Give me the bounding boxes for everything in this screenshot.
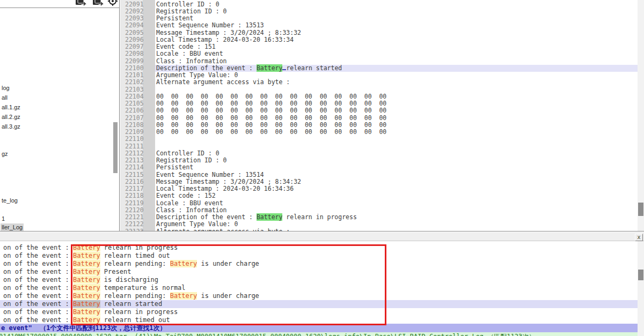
line-number: 22098	[125, 50, 144, 57]
editor-line: 22092Registration ID : 0	[120, 8, 638, 15]
line-number: 22115	[125, 171, 144, 178]
hit-highlight: Battery	[170, 260, 197, 267]
editor-line: 22121Description of the event : Battery …	[120, 214, 638, 221]
line-number: 22099	[125, 58, 144, 65]
line-number: 22095	[125, 29, 144, 36]
editor-line: 22098Locale : BBU event	[120, 50, 638, 57]
editor-line: 22093Persistent	[120, 15, 638, 22]
export-log-icon[interactable]	[92, 0, 104, 7]
result-line-text: on of the event : Battery relearn timed …	[3, 316, 170, 324]
editor-line: 22111	[120, 143, 638, 150]
line-text: Controller ID : 0	[156, 150, 219, 157]
editor-line: 22120Class : Information	[120, 207, 638, 214]
line-number: 22110	[125, 136, 144, 143]
editor-line: 22094Event Sequence Number : 13513	[120, 22, 638, 29]
editor-line: 2210500 00 00 00 00 00 00 00 00 00 00 00…	[120, 100, 638, 107]
line-number: 22117	[125, 185, 144, 192]
editor-scrollbar-thumb[interactable]	[638, 203, 643, 216]
hit-highlight: Battery	[73, 292, 100, 300]
export-log-icon[interactable]	[75, 0, 86, 7]
editor-line: 22101Argument Type Value: 0	[120, 72, 638, 79]
line-text: Controller ID : 0	[156, 1, 219, 8]
line-number: 22094	[125, 22, 144, 29]
search-result-row[interactable]: on of the event : Battery relearn pendin…	[0, 260, 638, 268]
hit-highlight: Battery	[73, 252, 100, 259]
hit-highlight: Battery	[73, 260, 100, 267]
editor-line: 22122Argument Type Value: 0	[120, 221, 638, 228]
editor-line: 22100Description of the event : Batteryr…	[120, 65, 638, 72]
editor-line: 22115Event Sequence Number : 13514	[120, 171, 638, 178]
line-text: 00 00 00 00 00 00 00 00 00 00 00 00 00 0…	[156, 115, 386, 122]
line-number: 22109	[125, 129, 144, 136]
result-line-text: on of the event : Battery relearn starte…	[3, 300, 162, 308]
editor-line: 22116Message Timestamp : 3/20/2024 ; 8:3…	[120, 178, 638, 185]
line-text: 00 00 00 00 00 00 00 00 00 00 00 00 00 0…	[156, 100, 386, 107]
editor-line: 2210400 00 00 00 00 00 00 00 00 00 00 00…	[120, 93, 638, 100]
file-list-item[interactable]: log	[1, 84, 11, 92]
search-summary-row[interactable]: e event" （1个文件中匹配到1123次，总计查找1次）	[0, 324, 638, 332]
file-list-item[interactable]: all.1.gz	[1, 103, 21, 111]
editor-line: 22095Message Timestamp : 3/20/2024 ; 8:3…	[120, 29, 638, 36]
search-result-row[interactable]: on of the event : Battery relearn pendin…	[0, 292, 638, 300]
result-line-text: on of the event : Battery relearn in pro…	[3, 308, 178, 316]
editor-line: 2210800 00 00 00 00 00 00 00 00 00 00 00…	[120, 122, 638, 129]
current-hit-highlight: Battery	[73, 300, 100, 308]
search-result-row[interactable]: on of the event : Battery relearn timed …	[0, 316, 638, 324]
search-result-row[interactable]: on of the event : Battery is discharging	[0, 276, 638, 284]
file-list-item[interactable]: all	[1, 94, 9, 101]
log-editor[interactable]: 22091Controller ID : 022092Registration …	[119, 0, 638, 231]
search-result-row[interactable]: on of the event : Battery temperature is…	[0, 284, 638, 292]
editor-line: 22091Controller ID : 0	[120, 1, 638, 8]
result-file-row[interactable]: 01410M617000015-00040000-1620.tar (41)\M…	[0, 332, 638, 336]
line-text: Class : Information	[156, 207, 227, 214]
hit-highlight: Battery	[73, 268, 100, 275]
line-number: 22104	[125, 93, 144, 100]
search-result-row[interactable]: on of the event : Battery Present	[0, 268, 638, 276]
line-number: 22112	[125, 150, 144, 157]
line-number: 22102	[125, 79, 144, 86]
line-text: Local Timestamp : 2024-03-20 16:33:34	[156, 36, 294, 43]
results-scrollbar-thumb[interactable]	[638, 270, 643, 280]
line-number: 22119	[125, 200, 144, 207]
line-number: 22113	[125, 157, 144, 164]
file-list-panel: logallall.1.gzall.2.gzall.3.gzgzte_log1l…	[0, 8, 119, 231]
file-list-item[interactable]: gz	[1, 150, 9, 158]
line-text: Event code : 152	[156, 192, 216, 199]
file-panel-scrollbar-thumb[interactable]	[113, 122, 118, 173]
line-text: Registration ID : 0	[156, 8, 227, 15]
line-text: Message Timestamp : 3/20/2024 ; 8:33:32	[156, 29, 301, 36]
line-text: 00 00 00 00 00 00 00 00 00 00 00 00 00 0…	[156, 93, 386, 100]
hit-highlight: Battery	[73, 244, 100, 251]
search-result-row[interactable]: on of the event : Battery relearn in pro…	[0, 244, 638, 252]
results-scrollbar[interactable]	[638, 241, 644, 336]
line-text: Local Timestamp : 2024-03-20 16:34:36	[156, 185, 294, 192]
editor-line: 2210700 00 00 00 00 00 00 00 00 00 00 00…	[120, 115, 638, 122]
log-viewer-window: logallall.1.gzall.2.gzall.3.gzgzte_log1l…	[0, 0, 644, 336]
editor-line: 2210600 00 00 00 00 00 00 00 00 00 00 00…	[120, 107, 638, 114]
line-text: Description of the event : Batteryrelear…	[156, 65, 342, 72]
result-line-text: on of the event : Battery relearn in pro…	[3, 244, 178, 252]
line-text: Persistent	[156, 15, 193, 22]
file-list-item[interactable]: all.2.gz	[1, 113, 21, 121]
editor-line: 22099Class : Information	[120, 58, 638, 65]
line-number: 22111	[125, 143, 144, 150]
line-text: Event code : 151	[156, 43, 216, 50]
file-list-item[interactable]: 1	[1, 215, 6, 222]
file-list-item[interactable]: all.3.gz	[1, 123, 21, 130]
line-number: 22096	[125, 36, 144, 43]
search-result-row[interactable]: on of the event : Battery relearn in pro…	[0, 308, 638, 316]
hit-highlight: Battery	[170, 292, 197, 300]
search-result-row[interactable]: on of the event : Battery relearn timed …	[0, 252, 638, 260]
search-results-panel[interactable]: on of the event : Battery relearn in pro…	[0, 241, 638, 336]
editor-line: 22114Persistent	[120, 164, 638, 171]
target-icon[interactable]	[107, 0, 119, 7]
search-result-row[interactable]: on of the event : Battery relearn starte…	[0, 300, 638, 308]
file-list-item[interactable]: te_log	[1, 197, 19, 204]
editor-line: 22102Alternate argument access via byte …	[120, 79, 638, 86]
line-text: Argument Type Value: 0	[156, 72, 238, 79]
close-icon[interactable]: x	[635, 234, 643, 241]
result-line-text: on of the event : Battery temperature is…	[3, 284, 186, 292]
editor-scrollbar[interactable]	[638, 0, 644, 231]
file-list-item[interactable]: ller_Log	[1, 223, 24, 231]
hit-highlight: Battery	[73, 308, 100, 316]
